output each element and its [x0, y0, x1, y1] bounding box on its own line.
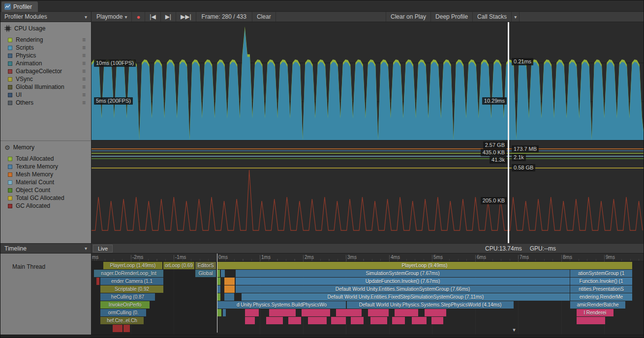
legend-item-scripts[interactable]: Scripts≡ [0, 44, 91, 52]
timeline-span-playerloop-1-49ms[interactable]: PlayerLoop (1.49ms) [103, 262, 162, 269]
collapse-arrow[interactable]: ▾ [510, 327, 519, 333]
call-stacks-button[interactable]: Call Stacks [473, 12, 512, 22]
legend-item-mesh-memory[interactable]: Mesh Memory [0, 170, 91, 178]
call-stacks-dropdown[interactable]: ▾ [512, 12, 520, 22]
timeline-span-ntities-presentations[interactable]: ntities.PresentationS [570, 285, 632, 293]
timeline-span[interactable] [223, 309, 226, 316]
timeline-span-endering-renderme[interactable]: endering.RenderMe [570, 293, 632, 301]
drag-handle-icon[interactable]: ≡ [82, 60, 86, 67]
legend-item-ui[interactable]: UI≡ [0, 91, 91, 99]
timeline-span[interactable] [370, 317, 387, 324]
timeline-span[interactable] [425, 309, 446, 316]
timeline-span[interactable] [368, 309, 389, 316]
timeline-span-heculling-0-87[interactable]: heCulling (0.87 [100, 293, 155, 301]
timeline-span[interactable] [269, 309, 296, 316]
bottom-scrollbar-track[interactable] [0, 335, 644, 338]
timeline-span-ormculling-0[interactable]: ormCulling (0. [100, 309, 146, 316]
timeline-span[interactable] [336, 309, 362, 316]
timeline-span[interactable] [221, 270, 225, 277]
drag-handle-icon[interactable]: ≡ [82, 36, 86, 43]
timeline-span[interactable] [217, 270, 220, 277]
memory-chart[interactable] [92, 141, 644, 243]
drag-handle-icon[interactable]: ≡ [82, 91, 86, 98]
legend-item-others[interactable]: Others≡ [0, 99, 91, 107]
drag-handle-icon[interactable]: ≡ [82, 52, 86, 59]
memory-module-header[interactable]: ⚙ Memory [0, 141, 91, 153]
drag-handle-icon[interactable]: ≡ [82, 76, 86, 83]
timeline-span-updatefunction-invoke-7-67ms[interactable]: UpdateFunction.Invoke() (7.67ms) [236, 278, 570, 285]
clear-button[interactable]: Clear [252, 12, 276, 22]
timeline-span[interactable] [113, 325, 123, 332]
drag-handle-icon[interactable]: ≡ [82, 99, 86, 106]
timeline-span-editors[interactable]: EditorS [195, 262, 216, 269]
timeline-span-d-unity-physics-systems-buildphy[interactable]: d Unity.Physics.Systems.BuildPhysicsWo [217, 301, 346, 309]
timeline-span[interactable] [431, 317, 443, 324]
legend-item-object-count[interactable]: Object Count [0, 186, 91, 194]
record-button[interactable]: ● [132, 12, 145, 22]
timeline-span[interactable] [217, 309, 221, 316]
timeline-span[interactable] [266, 317, 283, 324]
timeline-span[interactable] [577, 317, 605, 324]
timeline-span[interactable] [308, 317, 327, 324]
timeline-ruler[interactable]: ms-2ms-1ms0ms1ms2ms3ms4ms5ms6ms7ms8ms9ms [92, 254, 644, 261]
timeline-span-default-world-unity-entities-fix[interactable]: Default World Unity.Entities.FixedStepSi… [242, 293, 570, 301]
timeline-span-global[interactable]: Global [195, 270, 216, 277]
charts-area[interactable]: 10ms (100FPS)5ms (200FPS)0.21ms10.29ms2.… [92, 22, 644, 243]
drag-handle-icon[interactable]: ≡ [82, 68, 86, 75]
timeline-span-default-world-unity-entities-sim[interactable]: Default World Unity.Entities.SimulationS… [236, 285, 570, 293]
timeline-span[interactable] [331, 317, 346, 324]
live-button[interactable]: Live [93, 245, 113, 253]
next-frame-button[interactable]: ▶| [161, 12, 176, 22]
clear-on-play-button[interactable]: Clear on Play [386, 12, 431, 22]
timeline-span-ationsystemgroup-1[interactable]: ationSystemGroup (1 [570, 270, 632, 277]
timeline-span-l-renderei[interactable]: l Renderei [577, 309, 613, 316]
timeline-span-invokeonperfo[interactable]: InvokeOnPerfo [100, 301, 150, 309]
timeline-span-nager-dorenderloop-int[interactable]: nager.DoRenderLoop_Int [94, 270, 163, 277]
timeline-span[interactable] [224, 278, 235, 285]
legend-item-vsync[interactable]: VSync≡ [0, 75, 91, 83]
timeline-span[interactable] [395, 309, 418, 316]
timeline-span-default-world-unity-physics-syst[interactable]: Default World Unity.Physics.Systems.Step… [347, 301, 514, 309]
selected-frame-marker[interactable] [508, 22, 509, 243]
timeline-span-scriptable-0-92[interactable]: Scriptable (0.92 [100, 285, 163, 293]
legend-item-physics[interactable]: Physics≡ [0, 52, 91, 59]
cpu-usage-chart[interactable] [92, 22, 644, 141]
legend-item-texture-memory[interactable]: Texture Memory [0, 163, 91, 170]
timeline-span-function-invoke-1[interactable]: Function.Invoke() (1 [570, 278, 632, 285]
deep-profile-button[interactable]: Deep Profile [431, 12, 473, 22]
timeline-span[interactable] [392, 317, 405, 324]
legend-item-gc-allocated[interactable]: GC Allocated [0, 202, 91, 210]
prev-frame-button[interactable]: |◀ [145, 12, 160, 22]
drag-handle-icon[interactable]: ≡ [82, 84, 86, 90]
cpu-module-header[interactable]: CPU Usage [0, 22, 91, 34]
timeline-span[interactable] [412, 317, 427, 324]
timeline-span[interactable] [96, 278, 99, 285]
timeline-span[interactable] [224, 285, 235, 293]
timeline-span[interactable] [217, 278, 220, 285]
legend-item-animation[interactable]: Animation≡ [0, 59, 91, 67]
timeline-span[interactable] [245, 309, 259, 316]
timeline-span[interactable] [217, 285, 220, 293]
last-frame-button[interactable]: ▶▶| [176, 12, 196, 22]
timeline-span[interactable] [245, 317, 255, 324]
timeline-span-amicrenderbatche[interactable]: amicRenderBatche [570, 301, 625, 309]
legend-item-material-count[interactable]: Material Count [0, 178, 91, 186]
main-thread-label[interactable]: Main Thread [12, 263, 45, 270]
playmode-dropdown[interactable]: Playmode ▾ [92, 12, 132, 22]
drag-handle-icon[interactable]: ≡ [82, 44, 86, 51]
legend-item-total-allocated[interactable]: Total Allocated [0, 155, 91, 163]
timeline-span-orloop-0-69[interactable]: orLoop (0.69 [163, 262, 194, 269]
timeline-span[interactable] [302, 309, 330, 316]
timeline-view-dropdown[interactable]: Timeline ▾ [0, 244, 92, 253]
tab-profiler[interactable]: Profiler [1, 1, 38, 12]
timeline-span[interactable] [217, 293, 220, 301]
timeline-span[interactable] [351, 317, 364, 324]
timeline-track-area[interactable]: ms-2ms-1ms0ms1ms2ms3ms4ms5ms6ms7ms8ms9ms… [92, 254, 644, 335]
legend-item-total-gc-allocated[interactable]: Total GC Allocated [0, 194, 91, 202]
timeline-span-hef-cre-el-ch[interactable]: hef.Cre..el.Ch [100, 317, 144, 324]
legend-item-rendering[interactable]: Rendering≡ [0, 36, 91, 44]
legend-item-global-illumination[interactable]: Global Illumination≡ [0, 83, 91, 91]
timeline-span[interactable] [123, 325, 130, 332]
timeline-span[interactable] [288, 317, 301, 324]
profiler-modules-dropdown[interactable]: Profiler Modules ▾ [0, 12, 92, 22]
